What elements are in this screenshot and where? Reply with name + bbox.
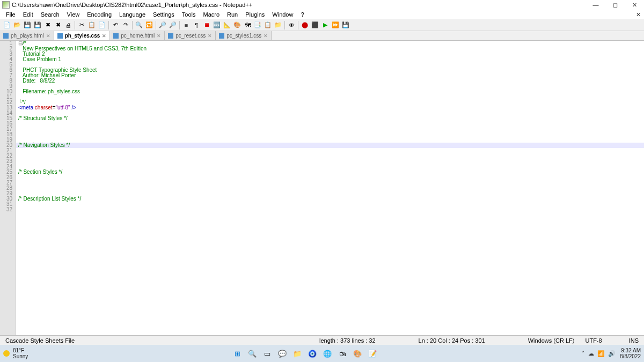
menu-search[interactable]: Search (37, 11, 63, 18)
menubar: File Edit Search View Encoding Language … (0, 10, 644, 19)
sync-hscroll-icon[interactable]: ¶ (192, 20, 201, 30)
edge-icon[interactable]: 🌐 (321, 348, 333, 359)
search-icon[interactable]: 🔍 (246, 348, 258, 359)
close-button[interactable]: ✕ (625, 0, 644, 10)
udlang-icon[interactable]: 🎨 (232, 20, 242, 30)
tab-close-icon[interactable]: ✕ (264, 33, 268, 39)
menu-macro[interactable]: Macro (199, 11, 223, 18)
weather-temp: 81°F (13, 348, 28, 353)
explorer-icon[interactable]: 📁 (291, 348, 303, 359)
clock-date: 8/8/2022 (620, 353, 641, 359)
titlebar: C:\Users\shawn\OneDrive\Desktop\CIS282\h… (0, 0, 644, 10)
play-icon[interactable]: ▶ (320, 20, 330, 30)
menu-window[interactable]: Window (268, 11, 297, 18)
tab-pc-styles1[interactable]: pc_styles1.css✕ (216, 31, 272, 40)
file-icon (57, 33, 63, 39)
play-multi-icon[interactable]: ⏩ (331, 20, 340, 30)
new-file-icon[interactable]: 📄 (2, 20, 12, 30)
cut-icon[interactable]: ✂ (77, 20, 86, 30)
paste-icon[interactable]: 📄 (97, 20, 107, 30)
tab-label: ph_plays.html (11, 33, 44, 39)
menu-tools[interactable]: Tools (178, 11, 200, 18)
all-chars-icon[interactable]: 🔤 (212, 20, 222, 30)
monitor-icon[interactable]: 👁 (287, 20, 296, 30)
taskbar: 81°F Sunny ⊞ 🔍 ▭ 💬 📁 🧿 🌐 🛍 🎨 📝 ˄ ☁ 📶 🔊 9… (0, 345, 644, 362)
code-area[interactable]: ⊟/* New Perspectives on HTML5 and CSS3, … (16, 41, 644, 335)
toolbar: 📄 📂 💾 💾 ✖ ✖ 🖨 ✂ 📋 📄 ↶ ↷ 🔍 🔁 🔎 🔎 ≡ ¶ ≣ 🔤 … (0, 19, 644, 31)
sync-vscroll-icon[interactable]: ≡ (181, 20, 191, 30)
file-icon (219, 33, 224, 39)
volume-icon[interactable]: 🔊 (608, 350, 616, 357)
find-icon[interactable]: 🔍 (134, 20, 144, 30)
menu-file[interactable]: File (2, 11, 19, 18)
tab-label: ph_styles.css (65, 33, 100, 39)
tab-close-icon[interactable]: ✕ (157, 33, 161, 39)
sun-icon (3, 350, 10, 357)
tab-label: pc_home.html (121, 33, 155, 39)
redo-icon[interactable]: ↷ (121, 20, 130, 30)
tab-close-icon[interactable]: ✕ (208, 33, 212, 39)
window-title: C:\Users\shawn\OneDrive\Desktop\CIS282\h… (12, 2, 252, 8)
func-list-icon[interactable]: 📋 (263, 20, 273, 30)
notepadpp-icon[interactable]: 📝 (367, 348, 378, 359)
doc-map-icon[interactable]: 🗺 (243, 20, 252, 30)
save-all-icon[interactable]: 💾 (33, 20, 42, 30)
stop-icon[interactable]: ⬛ (310, 20, 320, 30)
save-icon[interactable]: 💾 (23, 20, 32, 30)
weather-cond: Sunny (13, 353, 28, 359)
wordwrap-icon[interactable]: ≣ (202, 20, 211, 30)
tab-pc-home[interactable]: pc_home.html✕ (110, 31, 165, 40)
menu-language[interactable]: Language (115, 11, 149, 18)
tabbar: ph_plays.html✕ ph_styles.css✕ pc_home.ht… (0, 31, 644, 41)
status-eol: Windows (CR LF) (523, 337, 580, 344)
clock-time: 9:32 AM (620, 348, 641, 353)
file-icon (168, 33, 173, 39)
menu-help[interactable]: ? (297, 11, 308, 18)
doc-close-button[interactable]: ✕ (636, 11, 641, 18)
tab-pc-reset[interactable]: pc_reset.css✕ (165, 31, 216, 40)
menu-edit[interactable]: Edit (19, 11, 37, 18)
file-icon (3, 33, 9, 39)
wifi-icon[interactable]: 📶 (597, 350, 605, 357)
zoom-out-icon[interactable]: 🔎 (168, 20, 178, 30)
app-icon-2[interactable]: 🎨 (352, 348, 363, 359)
open-file-icon[interactable]: 📂 (12, 20, 22, 30)
menu-view[interactable]: View (63, 11, 84, 18)
file-icon (113, 33, 119, 39)
chat-icon[interactable]: 💬 (276, 348, 288, 359)
taskview-icon[interactable]: ▭ (261, 348, 273, 359)
status-encoding: UTF-8 (580, 337, 607, 344)
record-icon[interactable]: ⬤ (300, 20, 310, 30)
editor[interactable]: 1234567891011121314151617181920212223242… (0, 41, 644, 335)
close-all-icon[interactable]: ✖ (53, 20, 63, 30)
tab-ph-plays[interactable]: ph_plays.html✕ (0, 31, 54, 40)
minimize-button[interactable]: — (586, 0, 605, 10)
tab-ph-styles[interactable]: ph_styles.css✕ (54, 31, 111, 40)
menu-settings[interactable]: Settings (149, 11, 178, 18)
undo-icon[interactable]: ↶ (111, 20, 120, 30)
onedrive-icon[interactable]: ☁ (588, 350, 594, 357)
save-macro-icon[interactable]: 💾 (341, 20, 350, 30)
tab-close-icon[interactable]: ✕ (102, 33, 106, 39)
print-icon[interactable]: 🖨 (63, 20, 73, 30)
maximize-button[interactable]: ◻ (605, 0, 625, 10)
copy-icon[interactable]: 📋 (87, 20, 97, 30)
indent-guide-icon[interactable]: 📐 (222, 20, 232, 30)
weather-widget[interactable]: 81°F Sunny (3, 348, 28, 359)
menu-encoding[interactable]: Encoding (83, 11, 115, 18)
status-length: length : 373 lines : 32 (314, 337, 381, 344)
replace-icon[interactable]: 🔁 (144, 20, 154, 30)
app-icon-1[interactable]: 🧿 (306, 348, 318, 359)
menu-plugins[interactable]: Plugins (241, 11, 268, 18)
zoom-in-icon[interactable]: 🔎 (158, 20, 167, 30)
clock[interactable]: 9:32 AM 8/8/2022 (620, 348, 641, 359)
tray-chevron-icon[interactable]: ˄ (582, 350, 585, 357)
tab-label: pc_styles1.css (226, 33, 261, 39)
folder-icon[interactable]: 📁 (273, 20, 283, 30)
menu-run[interactable]: Run (223, 11, 241, 18)
start-button[interactable]: ⊞ (231, 348, 243, 359)
tab-close-icon[interactable]: ✕ (46, 33, 50, 39)
close-file-icon[interactable]: ✖ (43, 20, 53, 30)
doc-list-icon[interactable]: 📑 (253, 20, 262, 30)
store-icon[interactable]: 🛍 (336, 348, 348, 359)
